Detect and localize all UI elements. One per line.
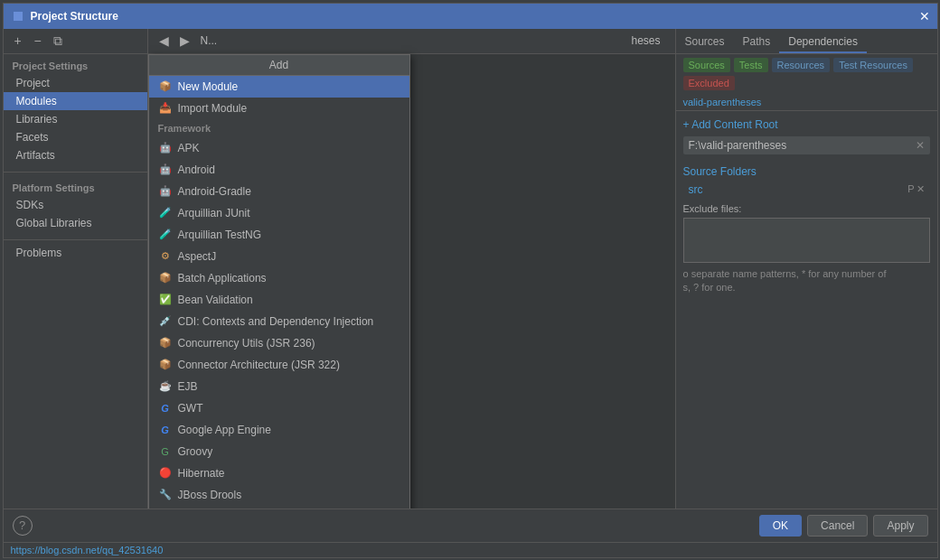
jboss-drools-label: JBoss Drools [178,489,242,501]
cancel-button[interactable]: Cancel [807,515,868,537]
dropdown-item-apk[interactable]: 🤖 APK [149,137,409,159]
dropdown-item-arquillian-junit[interactable]: 🧪 Arquillian JUnit [149,202,409,224]
dropdown-container: Add 📦 New Module 📥 Import Module [148,54,410,509]
sources-tag[interactable]: Sources [683,58,730,72]
android-label: Android [178,163,215,176]
source-folder-x-button[interactable]: ✕ [916,183,925,195]
platform-settings-section: Platform Settings SDKs Global Libraries [4,176,147,236]
exclude-hint-1: o separate name patterns, * for any numb… [683,268,930,279]
breadcrumb-text: valid-parentheses [683,97,762,107]
apk-label: APK [178,142,200,154]
dropdown-item-hibernate[interactable]: 🔴 Hibernate [149,462,409,484]
back-button[interactable]: ◀ [155,32,173,50]
dropdown-item-aspectj[interactable]: ⚙ AspectJ [149,246,409,267]
sidebar-item-problems[interactable]: Problems [4,244,147,262]
platform-settings-title: Platform Settings [4,180,147,196]
add-content-root-button[interactable]: + Add Content Root [683,118,778,131]
exclude-label: Exclude files: [683,203,930,214]
excluded-tag[interactable]: Excluded [683,76,735,90]
hibernate-icon: 🔴 [158,466,173,481]
sidebar-item-sdks[interactable]: SDKs [4,196,147,214]
hibernate-label: Hibernate [178,467,225,480]
copy-button[interactable]: ⧉ [49,32,67,50]
sidebar-item-project[interactable]: Project [4,74,147,92]
tab-sources[interactable]: Sources [676,32,734,53]
sidebar-toolbar: + − ⧉ [4,29,147,54]
sidebar-item-modules[interactable]: Modules [4,92,147,110]
tab-paths[interactable]: Paths [734,32,780,53]
tab-dependencies[interactable]: Dependencies [779,32,867,53]
sidebar-item-libraries[interactable]: Libraries [4,110,147,128]
sidebar-divider-2 [4,239,147,240]
source-folder-actions: P ✕ [907,183,924,195]
close-button[interactable]: ✕ [919,9,930,23]
exclude-textarea[interactable] [683,218,930,263]
dropdown-item-gwt[interactable]: G GWT [149,397,409,419]
center-area: ◀ ▶ N... heses Add 📦 [148,29,675,509]
arquillian-testng-label: Arquillian TestNG [178,229,261,241]
dropdown-item-android-gradle[interactable]: 🤖 Android-Gradle [149,181,409,202]
module-content-area: Add 📦 New Module 📥 Import Module [148,54,675,509]
ejb-label: EJB [178,380,198,393]
import-module-icon: 📥 [158,101,173,116]
apk-icon: 🤖 [158,141,173,155]
ok-button[interactable]: OK [759,515,802,537]
sidebar-item-artifacts[interactable]: Artifacts [4,146,147,164]
tests-tag[interactable]: Tests [734,58,768,72]
dropdown-item-import-module[interactable]: 📥 Import Module [149,98,409,119]
dropdown-item-jms[interactable]: 📦 JMS: Java Message Service [149,506,409,509]
folder-close-button[interactable]: ✕ [916,139,925,152]
sidebar-item-facets[interactable]: Facets [4,128,147,146]
breadcrumb-bar: valid-parentheses [676,94,937,111]
jboss-drools-icon: 🔧 [158,488,173,502]
apply-button[interactable]: Apply [873,515,927,537]
title-bar: Project Structure ✕ [4,4,937,29]
remove-button[interactable]: − [29,32,47,50]
dropdown-item-new-module[interactable]: 📦 New Module [149,76,409,98]
project-structure-dialog: Project Structure ✕ + − ⧉ Project Settin… [3,3,938,558]
main-content: + − ⧉ Project Settings Project Modules L… [4,29,937,509]
source-folder-p-button[interactable]: P [907,183,914,195]
aspectj-label: AspectJ [178,250,217,263]
help-button[interactable]: ? [13,516,33,536]
exclude-pattern-area: Exclude files: o separate name patterns,… [676,198,937,509]
arquillian-junit-icon: 🧪 [158,206,173,220]
cdi-label: CDI: Contexts and Dependency Injection [178,315,374,328]
import-module-label: Import Module [178,102,248,115]
source-folder-name: src [689,183,703,196]
dropdown-item-batch-applications[interactable]: 📦 Batch Applications [149,267,409,289]
status-url: https://blog.csdn.net/qq_42531640 [11,545,164,555]
bean-validation-label: Bean Validation [178,294,253,306]
connector-label: Connector Architecture (JSR 322) [178,359,340,371]
tabs-row: Sources Paths Dependencies [676,29,937,54]
test-resources-tag[interactable]: Test Resources [833,58,913,72]
dropdown-item-arquillian-testng[interactable]: 🧪 Arquillian TestNG [149,224,409,246]
sidebar-item-global-libraries[interactable]: Global Libraries [4,214,147,232]
framework-separator: Framework [149,119,409,137]
add-button[interactable]: + [9,32,27,50]
dialog-icon [11,9,25,23]
aspectj-icon: ⚙ [158,249,173,264]
module-header-right: heses [221,34,667,47]
arquillian-junit-label: Arquillian JUnit [178,207,250,219]
dialog-title: Project Structure [31,10,118,23]
dropdown-item-groovy[interactable]: G Groovy [149,441,409,462]
dropdown-item-bean-validation[interactable]: ✅ Bean Validation [149,289,409,311]
dropdown-item-connector-arch[interactable]: 📦 Connector Architecture (JSR 322) [149,354,409,376]
dropdown-item-cdi[interactable]: 💉 CDI: Contexts and Dependency Injection [149,311,409,332]
dropdown-item-concurrency-utils[interactable]: 📦 Concurrency Utils (JSR 236) [149,332,409,354]
resources-tag[interactable]: Resources [772,58,831,72]
source-folders-title: Source Folders [683,165,930,178]
dropdown-item-google-app-engine[interactable]: G Google App Engine [149,419,409,441]
new-module-label: New Module [178,80,239,93]
dropdown-item-android[interactable]: 🤖 Android [149,159,409,181]
android-gradle-icon: 🤖 [158,184,173,199]
groovy-label: Groovy [178,445,213,458]
dropdown-item-ejb[interactable]: ☕ EJB [149,376,409,397]
sidebar: + − ⧉ Project Settings Project Modules L… [4,29,148,509]
right-panel: Sources Paths Dependencies Sources Tests… [675,29,937,509]
forward-button[interactable]: ▶ [176,32,193,50]
android-icon: 🤖 [158,163,173,177]
dropdown-item-jboss-drools[interactable]: 🔧 JBoss Drools [149,484,409,506]
google-app-engine-icon: G [158,423,173,437]
